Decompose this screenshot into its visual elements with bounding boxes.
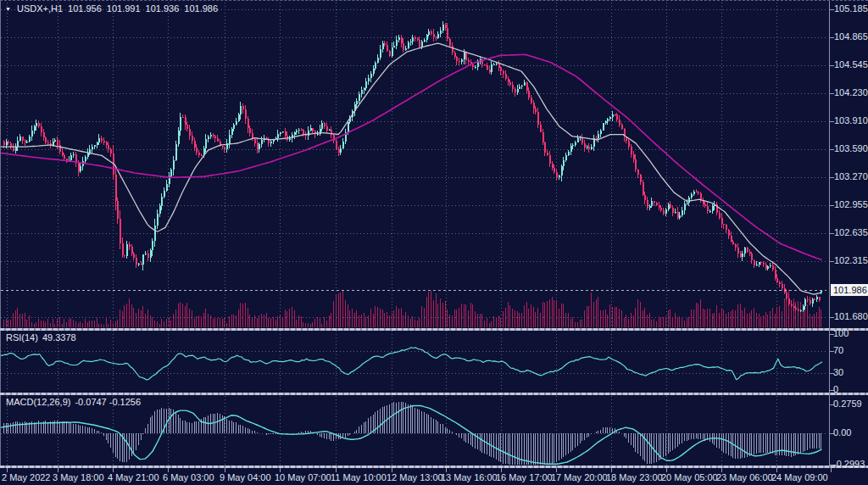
pane-separator[interactable] [0, 465, 868, 468]
ohlc-close: 101.986 [184, 3, 218, 14]
macd-indicator-label: MACD(12,26,9)-0.0747 -0.1256 [6, 397, 145, 407]
time-axis-label: 20 May 05:00 [661, 472, 718, 483]
current-price-value: 101.986 [833, 285, 867, 295]
price-axis-label: 104.545 [834, 59, 868, 70]
pane-separator[interactable] [0, 328, 868, 331]
price-axis-label: 102.315 [834, 255, 868, 266]
price-axis-label: 105.185 [834, 3, 868, 14]
price-axis-label: 103.590 [834, 143, 868, 154]
time-axis-label: 23 May 06:00 [716, 472, 773, 483]
price-axis-label: 103.910 [834, 115, 868, 126]
rsi-axis-label: 100 [833, 328, 849, 339]
price-axis-label: 104.230 [834, 87, 868, 98]
price-axis-label: 102.955 [834, 199, 868, 210]
rsi-value: 49.3378 [42, 332, 76, 343]
ohlc-low: 101.936 [146, 3, 180, 14]
rsi-indicator-label: RSI(14)49.3378 [6, 332, 81, 343]
chart-symbol-label: USDX+,H1 [17, 3, 63, 14]
current-price-box: 101.986 [831, 284, 868, 296]
rsi-axis-label: 0 [833, 384, 838, 395]
time-axis-label: 12 May 13:00 [387, 472, 443, 483]
time-axis-label: 4 May 21:00 [108, 472, 159, 483]
main-price-pane[interactable] [0, 1, 829, 328]
pane-separator[interactable] [0, 393, 868, 395]
rsi-pane[interactable] [0, 331, 829, 393]
macd-values: -0.0747 -0.1256 [75, 397, 141, 407]
time-axis-label: 16 May 17:00 [496, 472, 553, 483]
time-axis-label: 11 May 10:00 [331, 472, 387, 483]
price-axis-label: 102.635 [834, 227, 868, 238]
chart-title: ▼ USDX+,H1 101.956 101.991 101.936 101.9… [5, 3, 218, 14]
rsi-axis-label: 70 [833, 345, 843, 356]
time-axis-label: 6 May 03:00 [163, 472, 214, 483]
time-axis-label: 3 May 18:00 [53, 472, 104, 483]
rsi-name: RSI(14) [6, 332, 38, 343]
ohlc-open: 101.956 [68, 3, 102, 14]
time-axis-label: 24 May 09:00 [771, 472, 828, 483]
macd-axis-label: 0.2759 [833, 399, 862, 410]
price-axis-label: 101.680 [834, 311, 868, 322]
rsi-axis-label: 30 [833, 367, 843, 378]
time-axis-label: 17 May 20:00 [551, 472, 608, 483]
trading-terminal-chart-window: ▼ USDX+,H1 101.956 101.991 101.936 101.9… [0, 0, 868, 485]
time-axis-label: 10 May 07:00 [275, 472, 331, 483]
macd-axis-label: -0.2993 [833, 459, 865, 470]
axis-border [829, 1, 830, 468]
price-axis-label: 104.865 [834, 31, 868, 42]
price-axis-label: 103.270 [834, 171, 868, 182]
time-axis-label: 2 May 2022 [2, 472, 50, 483]
macd-name: MACD(12,26,9) [6, 397, 70, 407]
time-axis-label: 9 May 04:00 [220, 472, 271, 483]
macd-axis-label: 0.00 [833, 427, 851, 438]
left-border [0, 1, 1, 468]
time-axis-label: 18 May 23:00 [606, 472, 663, 483]
time-axis-label: 13 May 16:00 [441, 472, 498, 483]
chart-expander-icon[interactable]: ▼ [5, 6, 11, 12]
ohlc-high: 101.991 [107, 3, 141, 14]
